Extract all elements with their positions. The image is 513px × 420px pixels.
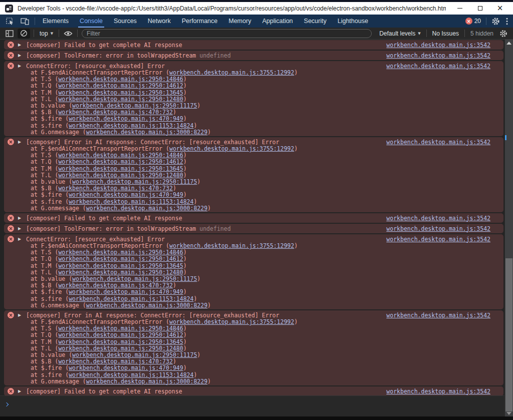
frame-source-link[interactable]: workbench.desktop.main.js:470:732	[58, 109, 172, 116]
frame-source-link[interactable]: workbench.desktop.main.js:1153:14824	[69, 295, 193, 302]
error-count-badge[interactable]: × 20	[462, 18, 484, 25]
issues-counter[interactable]: No Issues	[429, 30, 462, 37]
frame-source-link[interactable]: workbench.desktop.main.js:2950:11175	[72, 102, 197, 109]
source-location-link[interactable]: workbench.desktop.main.js:3542	[386, 236, 490, 243]
console-prompt[interactable]	[0, 395, 504, 416]
expand-triangle-icon[interactable]: ▶	[18, 216, 23, 220]
error-icon: ×	[8, 225, 14, 232]
frame-source-link[interactable]: workbench.desktop.main.js:2950:14846	[58, 76, 183, 83]
console-sidebar-toggle-button[interactable]	[3, 29, 16, 39]
scroll-down-arrow-icon[interactable]	[506, 412, 511, 415]
frame-close-paren: )	[183, 172, 187, 179]
frame-close-paren: )	[183, 288, 187, 295]
frame-source-link[interactable]: workbench.desktop.main.js:2950:14612	[58, 82, 183, 89]
frame-source-link[interactable]: workbench.desktop.main.js:1153:14824	[69, 371, 193, 378]
tab-application[interactable]: Application	[256, 15, 298, 28]
frame-source-link[interactable]: workbench.desktop.main.js:2950:11175	[72, 351, 197, 358]
frame-source-link[interactable]: workbench.desktop.main.js:470:732	[58, 282, 172, 289]
toggle-device-toolbar-button[interactable]	[18, 15, 33, 28]
frame-source-link[interactable]: workbench.desktop.main.js:470:732	[58, 358, 172, 365]
frame-source-link[interactable]: workbench.desktop.main.js:2950:12480	[58, 269, 183, 276]
frame-source-link[interactable]: workbench.desktop.main.js:2950:13645	[58, 262, 183, 269]
tab-lighthouse[interactable]: Lighthouse	[332, 15, 374, 28]
frame-close-paren: )	[183, 152, 187, 159]
tab-sources[interactable]: Sources	[108, 15, 142, 28]
frame-source-link[interactable]: workbench.desktop.main.js:2950:13645	[58, 338, 183, 345]
frame-source-link[interactable]: workbench.desktop.main.js:470:949	[69, 115, 183, 122]
frame-source-link[interactable]: workbench.desktop.main.js:3755:12992	[169, 145, 294, 152]
more-options-button[interactable]	[503, 15, 511, 28]
frame-source-link[interactable]: workbench.desktop.main.js:3755:12992	[169, 69, 294, 76]
frame-function: at T.S (	[31, 152, 58, 159]
hidden-messages-count[interactable]: 5 hidden	[467, 30, 497, 37]
message-text: [composer] Error in AI response: Connect…	[26, 139, 279, 146]
frame-source-link[interactable]: workbench.desktop.main.js:1153:14824	[69, 122, 193, 129]
frame-source-link[interactable]: workbench.desktop.main.js:2950:14612	[58, 331, 183, 338]
frame-source-link[interactable]: workbench.desktop.main.js:2950:13645	[58, 165, 183, 172]
frame-source-link[interactable]: workbench.desktop.main.js:2950:13645	[58, 89, 183, 96]
frame-source-link[interactable]: workbench.desktop.main.js:2950:14846	[58, 325, 183, 332]
expand-triangle-icon[interactable]: ▶	[18, 237, 23, 241]
tab-memory[interactable]: Memory	[223, 15, 256, 28]
source-location-link[interactable]: workbench.desktop.main.js:3542	[386, 225, 490, 232]
tab-security[interactable]: Security	[299, 15, 332, 28]
frame-source-link[interactable]: workbench.desktop.main.js:470:949	[69, 288, 183, 295]
frame-source-link[interactable]: workbench.desktop.main.js:2950:11175	[72, 275, 197, 282]
frame-source-link[interactable]: workbench.desktop.main.js:470:949	[69, 364, 183, 371]
frame-source-link[interactable]: workbench.desktop.main.js:2950:12480	[58, 172, 183, 179]
close-button[interactable]: ×	[490, 3, 510, 14]
log-levels-dropdown[interactable]: Default levels ▼	[376, 30, 424, 37]
tab-console[interactable]: Console	[74, 15, 108, 28]
source-location-link[interactable]: workbench.desktop.main.js:3542	[386, 215, 490, 222]
expand-triangle-icon[interactable]: ▶	[18, 140, 23, 144]
console-message: ×▶[composer] Error in AI response: Conne…	[4, 310, 503, 385]
scroll-position-marker	[505, 135, 506, 140]
minimize-button[interactable]	[450, 3, 470, 14]
scrollbar-thumb[interactable]	[505, 258, 512, 411]
frame-source-link[interactable]: workbench.desktop.main.js:3000:8229	[86, 205, 207, 212]
context-selector[interactable]: top ▼	[36, 30, 57, 37]
expand-triangle-icon[interactable]: ▶	[18, 313, 23, 317]
vertical-scrollbar[interactable]	[504, 40, 513, 416]
inspect-element-button[interactable]	[3, 15, 18, 28]
frame-source-link[interactable]: workbench.desktop.main.js:2950:14846	[58, 249, 183, 256]
console-sidebar-icon	[6, 30, 14, 37]
expand-triangle-icon[interactable]: ▶	[18, 64, 23, 68]
frame-source-link[interactable]: workbench.desktop.main.js:2950:14612	[58, 255, 183, 262]
frame-source-link[interactable]: workbench.desktop.main.js:470:949	[69, 191, 183, 198]
frame-source-link[interactable]: workbench.desktop.main.js:2950:12480	[58, 345, 183, 352]
frame-source-link[interactable]: workbench.desktop.main.js:3000:8229	[86, 129, 207, 136]
expand-triangle-icon[interactable]: ▶	[18, 226, 23, 231]
expand-triangle-icon[interactable]: ▶	[18, 53, 23, 58]
source-location-link[interactable]: workbench.desktop.main.js:3542	[386, 388, 490, 395]
console-settings-button[interactable]	[497, 29, 510, 39]
filter-input[interactable]	[82, 29, 372, 38]
tab-elements[interactable]: Elements	[37, 15, 74, 28]
frame-source-link[interactable]: workbench.desktop.main.js:3755:12992	[169, 318, 294, 325]
source-location-link[interactable]: workbench.desktop.main.js:3542	[386, 42, 490, 49]
frame-source-link[interactable]: workbench.desktop.main.js:1153:14824	[69, 198, 193, 205]
frame-source-link[interactable]: workbench.desktop.main.js:2950:14846	[58, 152, 183, 159]
create-live-expression-button[interactable]	[61, 29, 75, 39]
frame-source-link[interactable]: workbench.desktop.main.js:2950:12480	[58, 96, 183, 103]
expand-triangle-icon[interactable]: ▶	[18, 43, 23, 47]
source-location-link[interactable]: workbench.desktop.main.js:3542	[386, 139, 490, 146]
expand-triangle-icon[interactable]: ▶	[18, 389, 23, 393]
tab-network[interactable]: Network	[142, 15, 176, 28]
settings-button[interactable]	[488, 15, 503, 28]
clear-console-button[interactable]	[18, 29, 30, 39]
window-controls: ×	[450, 3, 510, 14]
source-location-link[interactable]: workbench.desktop.main.js:3542	[386, 63, 490, 70]
tab-performance[interactable]: Performance	[176, 15, 223, 28]
console-message: ×▶ConnectError: [resource_exhausted] Err…	[4, 234, 503, 309]
frame-source-link[interactable]: workbench.desktop.main.js:2950:11175	[72, 178, 197, 185]
source-location-link[interactable]: workbench.desktop.main.js:3542	[386, 52, 490, 59]
source-location-link[interactable]: workbench.desktop.main.js:3542	[386, 312, 490, 319]
frame-source-link[interactable]: workbench.desktop.main.js:2950:14612	[58, 158, 183, 165]
scroll-up-arrow-icon[interactable]	[506, 42, 511, 45]
frame-source-link[interactable]: workbench.desktop.main.js:3755:12992	[169, 242, 294, 249]
maximize-button[interactable]	[470, 3, 490, 14]
frame-source-link[interactable]: workbench.desktop.main.js:470:732	[58, 185, 172, 192]
frame-source-link[interactable]: workbench.desktop.main.js:3000:8229	[86, 302, 207, 309]
frame-source-link[interactable]: workbench.desktop.main.js:3000:8229	[86, 378, 207, 385]
